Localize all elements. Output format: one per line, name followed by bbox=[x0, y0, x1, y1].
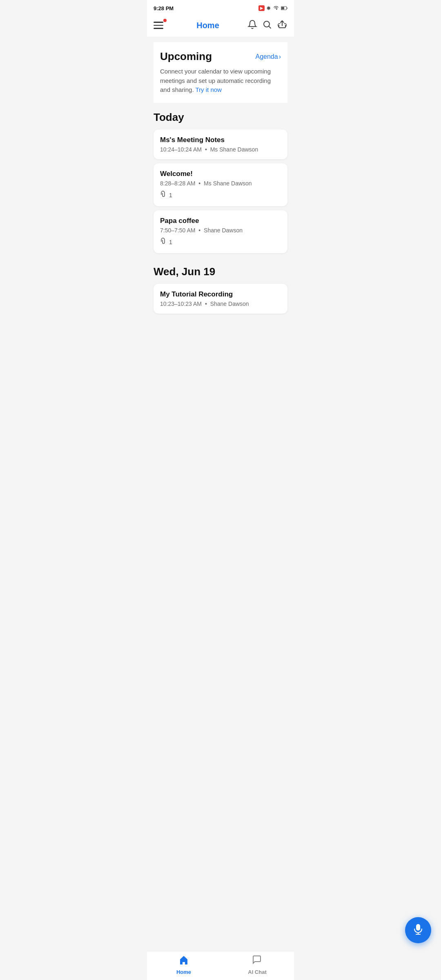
meeting-card[interactable]: Ms's Meeting Notes 10:24–10:24 AM • Ms S… bbox=[154, 129, 287, 159]
meeting-card[interactable]: Papa coffee 7:50–7:50 AM • Shane Dawson … bbox=[154, 210, 287, 253]
upcoming-title: Upcoming bbox=[160, 50, 212, 63]
bullet-separator: • bbox=[198, 180, 200, 187]
upload-button[interactable] bbox=[277, 19, 287, 31]
wed-title: Wed, Jun 19 bbox=[154, 265, 287, 278]
meeting-actions: 1 bbox=[160, 238, 281, 247]
meeting-host: Ms Shane Dawson bbox=[210, 146, 258, 153]
bullet-separator: • bbox=[205, 146, 207, 153]
status-bar: 9:28 PM ▶ ✸ bbox=[147, 0, 294, 15]
meeting-host: Shane Dawson bbox=[204, 227, 243, 234]
bullet-separator: • bbox=[198, 227, 200, 234]
menu-notification-dot bbox=[163, 19, 167, 22]
meeting-host: Ms Shane Dawson bbox=[204, 180, 252, 187]
notifications-button[interactable] bbox=[247, 20, 257, 31]
top-nav: Home bbox=[147, 15, 294, 37]
upcoming-header: Upcoming Agenda › bbox=[160, 50, 281, 63]
wifi-icon bbox=[273, 5, 279, 11]
upcoming-section: Upcoming Agenda › Connect your calendar … bbox=[154, 42, 287, 103]
battery-icon bbox=[281, 5, 287, 11]
hamburger-line-3 bbox=[154, 28, 163, 29]
meeting-title: Welcome! bbox=[160, 170, 281, 178]
clip-count: 1 bbox=[169, 192, 172, 198]
wed-section: Wed, Jun 19 My Tutorial Recording 10:23–… bbox=[154, 257, 287, 314]
upcoming-description: Connect your calendar to view upcoming m… bbox=[160, 67, 281, 95]
meeting-time: 8:28–8:28 AM bbox=[160, 180, 195, 187]
menu-button[interactable] bbox=[154, 18, 168, 33]
clip-count: 1 bbox=[169, 239, 172, 245]
meeting-actions: 1 bbox=[160, 191, 281, 200]
meeting-card[interactable]: Welcome! 8:28–8:28 AM • Ms Shane Dawson … bbox=[154, 163, 287, 206]
hamburger-line-1 bbox=[154, 22, 163, 23]
svg-line-4 bbox=[269, 27, 271, 28]
meeting-meta: 8:28–8:28 AM • Ms Shane Dawson bbox=[160, 180, 281, 187]
today-section: Today Ms's Meeting Notes 10:24–10:24 AM … bbox=[154, 103, 287, 253]
clip-icon bbox=[160, 238, 167, 247]
meeting-title: Ms's Meeting Notes bbox=[160, 136, 281, 144]
main-content: Upcoming Agenda › Connect your calendar … bbox=[147, 42, 294, 367]
video-recording-icon: ▶ bbox=[258, 5, 265, 11]
meeting-title: My Tutorial Recording bbox=[160, 290, 281, 298]
agenda-chevron-icon: › bbox=[279, 53, 281, 60]
bluetooth-icon: ✸ bbox=[266, 5, 271, 11]
meeting-title: Papa coffee bbox=[160, 217, 281, 225]
try-it-now-link[interactable]: Try it now bbox=[195, 86, 221, 93]
meeting-meta: 7:50–7:50 AM • Shane Dawson bbox=[160, 227, 281, 234]
hamburger-line-2 bbox=[154, 25, 163, 26]
meeting-time: 7:50–7:50 AM bbox=[160, 227, 195, 234]
meeting-time: 10:23–10:23 AM bbox=[160, 301, 202, 307]
agenda-label: Agenda bbox=[256, 53, 278, 60]
today-title: Today bbox=[154, 111, 287, 124]
svg-rect-1 bbox=[287, 8, 287, 9]
clip-icon bbox=[160, 191, 167, 200]
meeting-card[interactable]: My Tutorial Recording 10:23–10:23 AM • S… bbox=[154, 284, 287, 314]
svg-rect-2 bbox=[281, 7, 284, 9]
meeting-host: Shane Dawson bbox=[210, 301, 249, 307]
agenda-link[interactable]: Agenda › bbox=[256, 53, 281, 60]
svg-point-3 bbox=[264, 21, 270, 27]
search-button[interactable] bbox=[262, 20, 272, 31]
meeting-meta: 10:24–10:24 AM • Ms Shane Dawson bbox=[160, 146, 281, 153]
meeting-meta: 10:23–10:23 AM • Shane Dawson bbox=[160, 301, 281, 307]
nav-actions bbox=[247, 19, 287, 31]
status-time: 9:28 PM bbox=[154, 5, 174, 11]
status-icons: ▶ ✸ bbox=[258, 5, 287, 11]
meeting-time: 10:24–10:24 AM bbox=[160, 146, 202, 153]
page-title: Home bbox=[196, 21, 219, 30]
bullet-separator: • bbox=[205, 301, 207, 307]
